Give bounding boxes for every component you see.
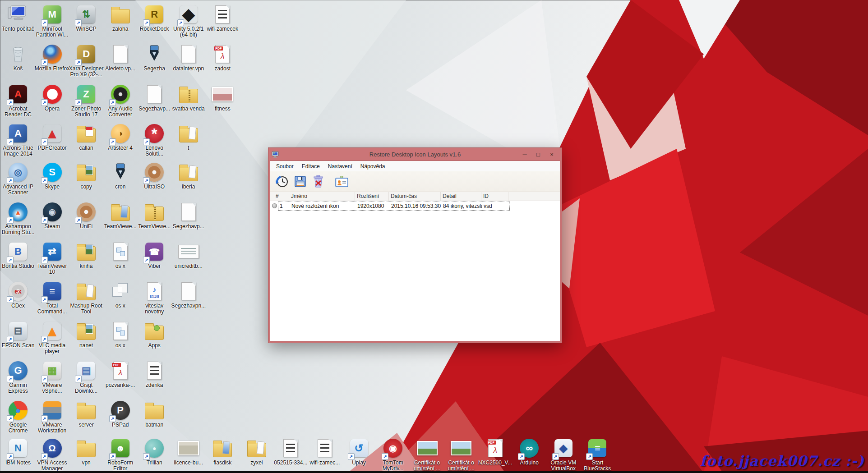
desktop-icon-viber[interactable]: ☎↗Viber (137, 241, 172, 269)
desktop-icon-datainter-vpn[interactable]: datainter.vpn (171, 43, 206, 72)
desktop-icon-segezhavp[interactable]: Segezhavp... (171, 201, 206, 230)
desktop-icon-segezhavpn[interactable]: Segezhavpn... (171, 280, 206, 309)
menu-item-3[interactable]: Nápověda (356, 162, 389, 171)
window-titlebar[interactable]: Restore Desktop Icon Layouts v1.6 ─ □ × (270, 148, 560, 161)
desktop-icon-arduino[interactable]: ∞↗Arduino (512, 437, 547, 466)
desktop-icon-os-x[interactable]: os x (103, 320, 138, 349)
desktop-icon-iberia[interactable]: iberia (171, 161, 206, 190)
desktop-icon-teamviewe[interactable]: TeamViewe... (137, 201, 172, 230)
desktop-icon-unifi[interactable]: ↗UniFi (69, 201, 104, 230)
desktop-icon-mashup-root-tool[interactable]: Mashup Root Tool (69, 280, 104, 315)
desktop-icon-any-audio-converter[interactable]: ↗Any Audio Converter (103, 83, 138, 118)
desktop-icon-kniha[interactable]: kniha (69, 241, 104, 269)
desktop-icon-artisteer-4[interactable]: ◑↗Artisteer 4 (103, 123, 138, 151)
desktop-icon-teamviewer-10[interactable]: ⇄↗TeamViewer 10 (35, 241, 70, 276)
desktop-icon-callan[interactable]: callan (69, 123, 104, 151)
desktop-icon-acronis-true-image-2014[interactable]: A↗Acronis True Image 2014 (0, 123, 36, 157)
desktop-icon-vpn-access-manager[interactable]: Ω↗VPN Access Manager (35, 437, 70, 472)
desktop-icon-lenovo-soluti[interactable]: *↗Lenovo Soluti... (137, 123, 172, 157)
desktop-icon-mozilla-firefox[interactable]: ↗Mozilla Firefox (35, 43, 70, 72)
desktop-icon-licence-bu[interactable]: licence-bu... (171, 437, 206, 466)
desktop-icon-ashampoo-burning-stu[interactable]: ▲↗Ashampoo Burning Stu... (0, 201, 36, 236)
desktop-icon-skype[interactable]: S↗Skype (35, 161, 70, 190)
desktop-icon-wifi-zamecek[interactable]: wifi-zamecek (205, 4, 240, 32)
menu-item-2[interactable]: Nastavení (324, 162, 356, 171)
desktop-icon-steam[interactable]: ◉↗Steam (35, 201, 70, 230)
desktop-icon-google-chrome[interactable]: ●↗Google Chrome (0, 400, 36, 434)
desktop-icon-rocketdock[interactable]: R↗RocketDock (137, 4, 172, 32)
desktop-icon-nanet[interactable]: nanet (69, 320, 104, 349)
desktop-icon-trillian[interactable]: ●↗Trillian (137, 437, 172, 466)
desktop-icon-batman[interactable]: batman (137, 400, 172, 428)
desktop-icon-flasdisk[interactable]: flasdisk (205, 437, 240, 466)
column-header-4[interactable]: Detail (441, 192, 481, 201)
table-row[interactable]: 1Nové rozložení ikon1920x10802015.10.16 … (270, 201, 560, 211)
menu-item-1[interactable]: Editace (298, 162, 324, 171)
desktop-icon-ko[interactable]: Koš (0, 43, 36, 72)
maximize-button[interactable]: □ (531, 149, 545, 159)
desktop-icon-vlc-media-player[interactable]: ▲↗VLC media player (35, 320, 70, 355)
desktop-icon-certifik-t-o-um-st-n[interactable]: Certifikát o umístění ... (410, 437, 445, 472)
desktop-icon-zyxel[interactable]: zyxel (239, 437, 274, 466)
profile-badge-button[interactable] (334, 174, 350, 190)
desktop-icon-teamviewe[interactable]: TeamViewe... (103, 201, 138, 230)
desktop-icon-zaloha[interactable]: zaloha (103, 4, 138, 32)
desktop-icon-pspad[interactable]: P↗PSPad (103, 400, 138, 428)
desktop-icon-segezha[interactable]: Segezha (137, 43, 172, 72)
desktop-icon-cdex[interactable]: ex↗CDex (0, 280, 36, 309)
column-header-2[interactable]: Rozlišení (355, 192, 389, 201)
desktop-icon-wifi-zamec[interactable]: wifi-zamec... (307, 437, 342, 466)
restore-layout-button[interactable] (274, 174, 290, 190)
desktop-icon-ibm-notes[interactable]: N↗IBM Notes (0, 437, 36, 466)
desktop-icon-xara-designer-pro-x9-32[interactable]: D↗Xara Designer Pro X9 (32-... (69, 43, 104, 78)
close-button[interactable]: × (545, 149, 559, 159)
desktop-icon-ultraiso[interactable]: ↗UltraISO (137, 161, 172, 190)
desktop-icon-server[interactable]: server (69, 400, 104, 428)
desktop-icon-tento-po-ta[interactable]: Tento počítač (0, 4, 36, 32)
column-header-5[interactable]: ID (481, 192, 508, 201)
desktop-icon-garmin-express[interactable]: G↗Garmin Express (0, 360, 36, 395)
desktop-icon-unicreditb[interactable]: unicreditb... (171, 241, 206, 269)
menu-item-0[interactable]: Soubor (272, 162, 298, 171)
desktop-icon-uplay[interactable]: ↺↗Uplay (342, 437, 377, 466)
desktop-icon-winscp[interactable]: ⇅↗WinSCP (69, 4, 104, 32)
desktop-icon-zadost[interactable]: PDFλzadost (205, 43, 240, 72)
desktop-icon-svatba-venda[interactable]: svatba-venda (171, 83, 206, 112)
desktop-icon-vmware-workstation[interactable]: ↗VMware Workstation (35, 400, 70, 434)
desktop-icon-copy[interactable]: copy (69, 161, 104, 190)
row-radio-icon[interactable] (272, 203, 277, 208)
desktop-icon-os-x[interactable]: os x (103, 280, 138, 309)
desktop-icon-viteslav-novotny[interactable]: ♪MP3viteslav novotny (137, 280, 172, 315)
desktop-icon-vpn[interactable]: vpn (69, 437, 104, 466)
desktop-icon-zdenka[interactable]: zdenka (137, 360, 172, 388)
desktop-icon-os-x[interactable]: os x (103, 241, 138, 269)
desktop-icon-tomtom-mydriv[interactable]: ◉↗TomTom MyDriv... (375, 437, 411, 472)
desktop-icon-total-command[interactable]: ≡↗Total Command... (35, 280, 70, 315)
desktop-icon-unity-5-0-2f1-64-bit[interactable]: ◆↗Unity 5.0.2f1 (64-bit) (171, 4, 206, 38)
desktop-icon-minitool-partition-wi[interactable]: M↗MiniTool Partition Wi... (35, 4, 70, 38)
desktop-icon-pozvanka[interactable]: PDFλpozvanka-... (103, 360, 138, 388)
desktop-icon-segezhavp[interactable]: Segezhavp... (137, 83, 172, 112)
desktop-icon-nxc2500-v[interactable]: PDFλNXC2500_V... (478, 437, 513, 466)
minimize-button[interactable]: ─ (518, 149, 531, 159)
desktop-icon-opera[interactable]: ↗Opera (35, 83, 70, 112)
column-header-0[interactable]: # (274, 192, 289, 201)
desktop-icon-pdfcreator[interactable]: ▲↗PDFCreator (35, 123, 70, 151)
desktop-icon-fitness[interactable]: fitness (205, 83, 240, 112)
column-header-3[interactable]: Datum-čas (389, 192, 441, 201)
desktop-icon-certifik-t-o-um-st-n[interactable]: Certifikát o umístění ... (443, 437, 479, 472)
desktop-icon-gisgt-downlo[interactable]: ▤↗Gisgt Downlo... (69, 360, 104, 395)
desktop-icon-acrobat-reader-dc[interactable]: A↗Acrobat Reader DC (0, 83, 36, 118)
desktop-icon-start-bluestacks[interactable]: ≡↗Start BlueStacks (580, 437, 615, 472)
desktop-icon-t[interactable]: t (171, 123, 206, 151)
save-layout-button[interactable] (292, 174, 308, 190)
desktop-icon-advanced-ip-scanner[interactable]: ◎↗Advanced IP Scanner (0, 161, 36, 196)
desktop-icon-vmware-vsphe[interactable]: ▦↗VMware vSphe... (35, 360, 70, 395)
desktop-icon-oracle-vm-virtualbox[interactable]: ◆↗Oracle VM VirtualBox (546, 437, 581, 472)
desktop-icon-cron[interactable]: cron (103, 161, 138, 190)
column-header-1[interactable]: Jméno (289, 192, 355, 201)
delete-layout-button[interactable] (310, 174, 326, 190)
desktop-icon-apps[interactable]: Apps (137, 320, 172, 349)
desktop-icon-epson-scan[interactable]: ⊟↗EPSON Scan (0, 320, 36, 349)
desktop-icon-zoner-photo-studio-17[interactable]: Z↗Zoner Photo Studio 17 (69, 83, 104, 118)
